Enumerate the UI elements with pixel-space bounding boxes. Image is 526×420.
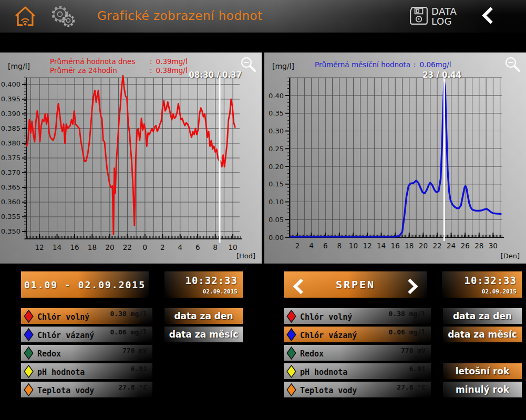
svg-text:22: 22: [432, 242, 441, 250]
svg-text:0.360: 0.360: [1, 198, 20, 206]
month-label: SRPEN: [336, 278, 375, 291]
data-za-mesic-button-right[interactable]: data za měsíc: [443, 327, 522, 342]
previous-month-button[interactable]: [295, 281, 306, 294]
monthly-chart-panel: 0.000.050.100.150.200.250.300.350.402468…: [264, 52, 526, 264]
svg-text:0.00: 0.00: [269, 234, 284, 242]
chevron-left-icon: [293, 279, 309, 295]
svg-text:0.10: 0.10: [269, 198, 284, 206]
back-button[interactable]: [481, 9, 499, 24]
svg-text:16: 16: [70, 243, 79, 251]
param-row-chlor-vazany[interactable]: Chlór vázaný 0.06 mg/l: [284, 327, 431, 342]
param-row-teplota[interactable]: Teplota vody 27.8 °C: [21, 382, 152, 397]
svg-text:26: 26: [461, 242, 470, 250]
svg-text:10: 10: [229, 243, 238, 251]
svg-text:0.375: 0.375: [1, 154, 20, 162]
diamond-icon: [24, 383, 34, 396]
settings-gears-icon[interactable]: [47, 5, 80, 32]
daily-averages: Průměrná hodnota dnes:0.39mg/l Průměr za…: [50, 57, 188, 75]
svg-text:0.25: 0.25: [269, 145, 284, 153]
next-month-button[interactable]: [405, 281, 416, 294]
svg-text:0.05: 0.05: [269, 216, 284, 224]
zoom-out-icon[interactable]: [238, 55, 258, 75]
page-title: Grafické zobrazení hodnot: [97, 9, 263, 23]
svg-text:28: 28: [475, 242, 483, 250]
data-za-mesic-button-left[interactable]: data za měsíc: [164, 327, 243, 342]
svg-text:18: 18: [88, 243, 97, 251]
diamond-icon: [24, 310, 34, 323]
svg-text:4: 4: [309, 242, 314, 250]
diamond-icon: [24, 346, 34, 360]
svg-text:0.370: 0.370: [1, 169, 20, 176]
screen: Grafické zobrazení hodnot DATA LOG 0.350…: [0, 0, 526, 420]
clock-right: 10:32:33 02.09.2015: [442, 271, 522, 298]
svg-text:0.390: 0.390: [1, 110, 20, 118]
svg-text:0.20: 0.20: [269, 163, 284, 171]
param-row-chlor-volny[interactable]: Chlór volný 0.38 mg/l: [284, 308, 431, 324]
diamond-icon: [286, 310, 296, 323]
svg-text:8: 8: [213, 243, 218, 251]
svg-text:18: 18: [405, 242, 414, 250]
data-za-den-button-left[interactable]: data za den: [164, 308, 243, 324]
letosni-rok-button[interactable]: letošní rok: [443, 363, 522, 379]
home-icon[interactable]: [14, 5, 37, 31]
daily-parameter-list: Chlór volný 0.38 mg/l Chlór vázaný 0.06 …: [21, 308, 152, 397]
svg-text:0.385: 0.385: [1, 124, 20, 132]
param-row-chlor-vazany[interactable]: Chlór vázaný 0.06 mg/l: [21, 327, 152, 342]
monthly-avg-value: 0.06mg/l: [420, 60, 451, 69]
svg-text:12: 12: [363, 242, 372, 250]
monthly-cursor-readout: 23 / 0.44: [396, 70, 461, 80]
param-row-chlor-volny[interactable]: Chlór volný 0.38 mg/l: [21, 308, 152, 324]
floppy-disk-icon: [409, 6, 429, 28]
svg-text:22: 22: [123, 243, 132, 251]
svg-text:10: 10: [349, 242, 358, 250]
clock-left: 10:32:33 02.09.2015: [164, 271, 243, 298]
datalog-button[interactable]: DATA LOG: [409, 6, 457, 28]
diamond-icon: [286, 383, 296, 396]
avg-24h-label: Průměr za 24hodin: [50, 66, 150, 75]
svg-text:4: 4: [178, 243, 182, 251]
svg-text:16: 16: [391, 242, 400, 250]
param-row-ph[interactable]: pH hodnota 6.91: [284, 363, 431, 379]
svg-text:0.355: 0.355: [1, 213, 20, 220]
daily-chart-panel: 0.3500.3550.3600.3650.3700.3750.3800.385…: [0, 52, 262, 264]
svg-text:8: 8: [337, 242, 342, 250]
avg-today-label: Průměrná hodnota dnes: [50, 57, 150, 66]
data-za-den-button-right[interactable]: data za den: [443, 308, 522, 324]
svg-text:0.400: 0.400: [1, 80, 20, 88]
svg-text:24: 24: [447, 242, 456, 250]
svg-text:14: 14: [377, 242, 386, 250]
param-row-teplota[interactable]: Teplota vody 27.8 °C: [284, 382, 431, 397]
chevron-right-icon: [403, 279, 418, 295]
top-bar: Grafické zobrazení hodnot DATA LOG: [0, 0, 526, 33]
diamond-icon: [24, 328, 34, 341]
svg-text:0.365: 0.365: [1, 183, 20, 191]
monthly-avg-label: Průměrná měsíční hodnota: [315, 60, 410, 69]
daily-x-unit-label: [Hod]: [236, 252, 255, 260]
date-range-button[interactable]: 01.09 - 02.09.2015: [21, 271, 149, 298]
avg-today-value: 0.39mg/l: [156, 57, 188, 66]
svg-text:20: 20: [105, 243, 114, 251]
back-chevron-icon: [482, 7, 499, 24]
param-row-redox[interactable]: Redox 770 mV: [284, 345, 431, 361]
svg-text:0.30: 0.30: [269, 127, 284, 135]
svg-text:0.40: 0.40: [269, 92, 284, 100]
param-row-redox[interactable]: Redox 770 mV: [21, 345, 152, 361]
svg-text:20: 20: [419, 242, 428, 250]
minuly-rok-button[interactable]: minulý rok: [443, 382, 522, 397]
monthly-x-unit-label: [Den]: [501, 252, 520, 260]
zoom-out-icon[interactable]: [502, 55, 522, 75]
month-selector: SRPEN: [284, 271, 427, 298]
monthly-parameter-list: Chlór volný 0.38 mg/l Chlór vázaný 0.06 …: [284, 308, 431, 397]
clock-time: 10:32:33: [464, 275, 517, 286]
monthly-y-unit-label: [mg/l]: [272, 62, 294, 70]
clock-date: 02.09.2015: [203, 288, 238, 295]
clock-date: 02.09.2015: [482, 288, 517, 295]
daily-chart-plot[interactable]: 0.3500.3550.3600.3650.3700.3750.3800.385…: [0, 52, 262, 264]
monthly-chart-plot[interactable]: 0.000.050.100.150.200.250.300.350.402468…: [264, 52, 526, 264]
daily-y-unit-label: [mg/l]: [8, 62, 30, 70]
svg-text:0: 0: [143, 243, 148, 251]
diamond-icon: [24, 365, 34, 378]
param-row-ph[interactable]: pH hodnota 6.91: [21, 363, 152, 379]
svg-text:12: 12: [35, 243, 44, 251]
svg-text:0.350: 0.350: [1, 227, 20, 235]
